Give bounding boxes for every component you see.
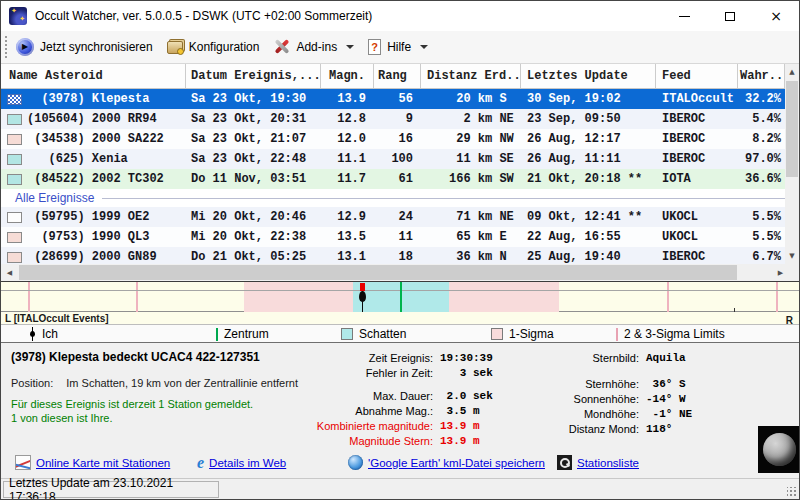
configuration-button[interactable]: Konfiguration (160, 36, 267, 58)
table-row[interactable]: (34538) 2000 SA222 Sa 23 Okt, 21:07 12.0… (1, 129, 799, 149)
online-map-link-label[interactable]: Online Karte mit Stationen (36, 457, 170, 469)
col-header-rang[interactable]: Rang (374, 64, 421, 88)
field-max-dauer: Max. Dauer: 2.0 sek (233, 388, 563, 403)
cell-update: 26 Aug, 12:17 (521, 132, 656, 146)
cell-magn: 13.9 (321, 92, 374, 106)
section-alle-ereignisse[interactable]: Alle Ereignisse (1, 189, 799, 207)
minimize-icon (679, 16, 690, 17)
cell-feed: UKOCL (656, 230, 738, 244)
cell-datum: Do 21 Okt, 05:25 (186, 250, 321, 264)
col-header-update[interactable]: Letztes Update (521, 64, 656, 88)
timeline-left-label: L [ITALOccult Events] (5, 313, 109, 324)
table-row[interactable]: (84522) 2002 TC302 Do 11 Nov, 03:51 11.7… (1, 169, 799, 189)
online-map-link[interactable]: Online Karte mit Stationen (15, 455, 170, 470)
col-header-feed[interactable]: Feed (656, 64, 738, 88)
station-list-link-label[interactable]: Stationsliste (577, 457, 639, 469)
close-button[interactable]: × (753, 1, 799, 31)
event-fields-right: Sternbild: Aquila Sternhöhe: 36° S Sonne… (529, 350, 769, 436)
cell-rang: 61 (374, 172, 421, 186)
chevron-down-icon (346, 45, 354, 49)
cell-magn: 13.5 (321, 230, 374, 244)
scroll-right-icon[interactable]: ▶ (772, 264, 789, 281)
cell-feed: UKOCL (656, 210, 738, 224)
cell-datum: Mi 20 Okt, 22:38 (186, 230, 321, 244)
center-line (400, 282, 402, 312)
timeline-tick (734, 308, 735, 312)
col-header-name[interactable]: Name Asteroid (1, 64, 186, 88)
station-list-link[interactable]: Stationsliste (557, 455, 639, 470)
help-menu-button[interactable]: ? Hilfe (361, 35, 435, 59)
station-report: Für dieses Ereignis ist derzeit 1 Statio… (11, 397, 253, 425)
table-row[interactable]: (59795) 1999 OE2 Mi 20 Okt, 20:46 12.9 2… (1, 207, 799, 227)
col-header-magn[interactable]: Magn. (321, 64, 374, 88)
cell-asteroid: (28699) 2000 GN89 (27, 250, 186, 264)
configuration-label: Konfiguration (189, 40, 260, 54)
title-bar: ✦✦ Occult Watcher, ver. 5.0.0.5 - DSWK (… (1, 1, 799, 31)
cell-datum: Mi 20 Okt, 20:46 (186, 210, 321, 224)
google-earth-kml-link[interactable]: 'Google Earth' kml-Datei speichern (348, 455, 545, 470)
table-row[interactable]: (625) Xenia Sa 23 Okt, 22:48 11.1 100 11… (1, 149, 799, 169)
cell-magn: 11.7 (321, 172, 374, 186)
cell-distanz: 11 km SE (421, 152, 521, 166)
scroll-left-icon[interactable]: ◀ (1, 264, 18, 281)
col-header-datum[interactable]: Datum Ereignis,... (186, 64, 321, 88)
my-station-marker[interactable] (358, 282, 367, 312)
scroll-down-icon[interactable]: ▼ (785, 248, 799, 264)
cell-asteroid: (105604) 2000 RR94 (27, 112, 186, 126)
section-label: Alle Ereignisse (15, 191, 94, 205)
table-row[interactable]: (3978) Klepesta Sa 23 Okt, 19:30 13.9 56… (1, 89, 799, 109)
vertical-scrollbar[interactable]: ▲ ▼ (785, 64, 799, 264)
occult-watcher-window: ✦✦ Occult Watcher, ver. 5.0.0.5 - DSWK (… (0, 0, 800, 500)
vertical-scroll-thumb[interactable] (786, 81, 798, 177)
cell-update: 22 Aug, 16:55 (521, 230, 656, 244)
horizontal-scroll-thumb[interactable] (19, 265, 737, 280)
col-header-wahr[interactable]: Wahr.. (738, 64, 785, 88)
field-kombinierte-magnitude: Kombinierte magnitude: 13.9 m (233, 418, 563, 433)
web-details-link-label[interactable]: Details im Web (209, 457, 286, 469)
event-type-swatch (7, 174, 22, 185)
minimize-button[interactable] (661, 1, 707, 31)
cell-distanz: 71 km NE (421, 210, 521, 224)
cell-distanz: 65 km E (421, 230, 521, 244)
cell-magn: 13.1 (321, 250, 374, 264)
event-type-swatch (7, 114, 22, 125)
maximize-icon (725, 12, 735, 21)
maximize-button[interactable] (707, 1, 753, 31)
close-icon: × (770, 9, 782, 23)
station-report-line2: 1 von diesen ist Ihre. (11, 411, 253, 425)
cell-magn: 12.8 (321, 112, 374, 126)
table-header: Name Asteroid Datum Ereignis,... Magn. R… (1, 64, 799, 89)
cell-wahr: 32.2% (738, 92, 785, 106)
app-icon: ✦✦ (9, 7, 27, 25)
horizontal-scrollbar[interactable]: ◀ ▶ (1, 264, 799, 281)
cell-datum: Do 11 Nov, 03:51 (186, 172, 321, 186)
sync-now-button[interactable]: ▶ Jetzt synchronisieren (9, 34, 160, 60)
addins-menu-button[interactable]: Add-ins (266, 35, 361, 59)
google-earth-icon (348, 455, 363, 470)
chevron-down-icon (420, 45, 428, 49)
window-title: Occult Watcher, ver. 5.0.0.5 - DSWK (UTC… (35, 9, 372, 23)
table-row[interactable]: (9753) 1990 QL3 Mi 20 Okt, 22:38 13.5 11… (1, 227, 799, 247)
cell-rang: 9 (374, 112, 421, 126)
sync-now-label: Jetzt synchronisieren (40, 40, 153, 54)
field-mondhoehe: Mondhöhe: -1° NE (529, 406, 769, 421)
web-details-link[interactable]: e Details im Web (197, 455, 286, 470)
cell-update: 30 Sep, 19:02 (521, 92, 656, 106)
event-title: (3978) Klepesta bedeckt UCAC4 422-127351 (11, 350, 260, 364)
col-header-distanz[interactable]: Distanz Erd... (421, 64, 521, 88)
google-earth-link-label[interactable]: 'Google Earth' kml-Datei speichern (368, 457, 545, 469)
cell-asteroid: (625) Xenia (27, 152, 186, 166)
cell-datum: Sa 23 Okt, 20:31 (186, 112, 321, 126)
legend-2-3-sigma: 2 & 3-Sigma Limits (616, 326, 725, 342)
help-label: Hilfe (387, 40, 411, 54)
table-row[interactable]: (105604) 2000 RR94 Sa 23 Okt, 20:31 12.8… (1, 109, 799, 129)
table-row[interactable]: (28699) 2000 GN89 Do 21 Okt, 05:25 13.1 … (1, 247, 799, 264)
cell-datum: Sa 23 Okt, 22:48 (186, 152, 321, 166)
field-zeit-ereignis: Zeit Ereignis: 19:30:39 (233, 350, 563, 365)
resize-grip[interactable] (787, 487, 797, 497)
cell-update: 23 Sep, 09:50 (521, 112, 656, 126)
cell-wahr: 8.2% (738, 132, 785, 146)
event-timeline[interactable]: L [ITALOccult Events] R (1, 281, 799, 324)
scroll-up-icon[interactable]: ▲ (785, 64, 799, 80)
one-sigma-region-right (449, 282, 559, 312)
